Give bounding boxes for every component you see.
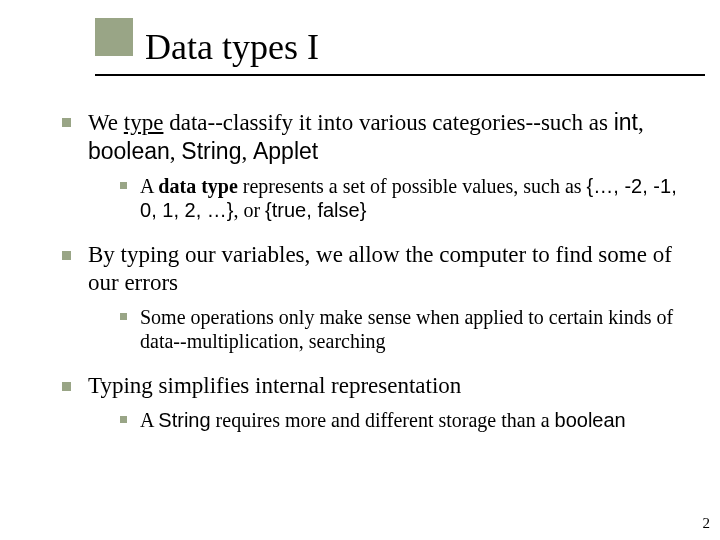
code-val: 2 [185, 199, 196, 221]
text: By typing our variables, we allow the co… [88, 242, 672, 295]
code-false: false [317, 199, 359, 221]
text: , [642, 175, 653, 197]
text: , [638, 110, 644, 135]
text: , or [233, 199, 265, 221]
code-val: 0 [140, 199, 151, 221]
text: , [241, 139, 253, 164]
text: data--classify it into various categorie… [163, 110, 613, 135]
bullet-2-sub: Some operations only make sense when app… [118, 305, 680, 354]
text: } [360, 199, 367, 221]
code-string: String [181, 138, 241, 164]
text: Typing simplifies internal representatio… [88, 373, 461, 398]
title-accent-square [95, 18, 133, 56]
text: represents a set of possible values, suc… [238, 175, 587, 197]
code-int: int [614, 109, 638, 135]
code-true: true [272, 199, 306, 221]
code-val: 1 [162, 199, 173, 221]
code-boolean: boolean [555, 409, 626, 431]
text: A [140, 409, 158, 431]
text: , [306, 199, 317, 221]
text: { [265, 199, 272, 221]
page-number: 2 [703, 515, 711, 532]
bullet-2: By typing our variables, we allow the co… [60, 241, 680, 354]
text-underlined: type [124, 110, 164, 135]
bullet-3: Typing simplifies internal representatio… [60, 372, 680, 432]
text: We [88, 110, 124, 135]
slide: Data types I We type data--classify it i… [0, 0, 720, 540]
bullet-3-sub: A String requires more and different sto… [118, 408, 680, 432]
text: A [140, 175, 158, 197]
text: Some operations only make sense when app… [140, 306, 673, 352]
title-underline [95, 74, 705, 76]
text: requires more and different storage than… [211, 409, 555, 431]
text: , …} [196, 199, 234, 221]
text: , [170, 139, 182, 164]
code-boolean: boolean [88, 138, 170, 164]
text: , [173, 199, 184, 221]
text: , [671, 175, 677, 197]
text: {…, [587, 175, 625, 197]
code-val: -1 [653, 175, 671, 197]
bullet-1-sub: A data type represents a set of possible… [118, 174, 680, 223]
text-bold: data type [158, 175, 237, 197]
bullet-1: We type data--classify it into various c… [60, 108, 680, 223]
code-applet: Applet [253, 138, 318, 164]
slide-title: Data types I [145, 26, 319, 68]
code-string: String [158, 409, 210, 431]
slide-body: We type data--classify it into various c… [60, 108, 680, 450]
code-val: -2 [624, 175, 642, 197]
text: , [151, 199, 162, 221]
